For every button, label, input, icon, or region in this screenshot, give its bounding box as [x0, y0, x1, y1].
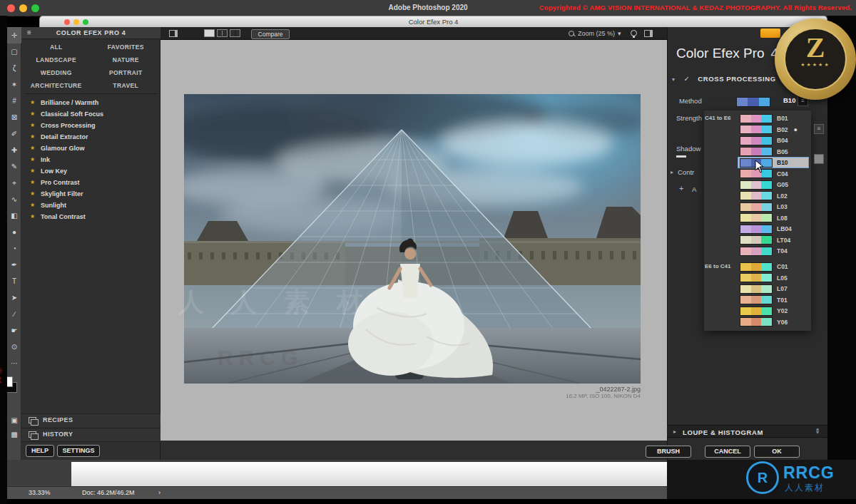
filter-item[interactable]: ★Skylight Filter [21, 188, 160, 200]
move-tool-icon[interactable]: ✛ [7, 27, 21, 43]
menu-icon[interactable]: ≡ [27, 27, 31, 38]
filter-item[interactable]: ★Ink [21, 154, 160, 165]
loupe-histogram-bar[interactable]: ▸ LOUPE & HISTOGRAM ✎ [667, 425, 827, 438]
brush-button[interactable]: BRUSH [646, 446, 691, 458]
dodge-tool-icon[interactable]: ◔ [7, 240, 21, 257]
collapse-caret-icon[interactable]: ▾ [672, 76, 675, 83]
history-brush-tool-icon[interactable]: ∿ [7, 191, 21, 207]
zoom-tool-icon[interactable]: ⊙ [7, 339, 21, 355]
method-option-l07[interactable]: L07 [738, 284, 808, 294]
blur-tool-icon[interactable]: ● [7, 224, 21, 240]
method-option-label: LB04 [777, 225, 792, 232]
eyedropper-tool-icon[interactable]: ✐ [7, 125, 21, 142]
document-titlebar[interactable]: Color Efex Pro 4 [39, 16, 827, 27]
shadows-slider[interactable] [676, 155, 686, 158]
panel-scroll-thumb[interactable] [814, 154, 824, 164]
settings-button[interactable]: SETTINGS [57, 445, 100, 457]
method-option-c04[interactable]: C04 [738, 169, 808, 179]
filter-item[interactable]: ★Tonal Contrast [21, 211, 160, 222]
export-icon[interactable] [169, 30, 178, 37]
method-thumbnail [740, 213, 773, 222]
more-tools-icon[interactable]: ⋯ [7, 355, 21, 371]
method-option-g05[interactable]: G05 [738, 180, 808, 190]
lightbulb-icon[interactable] [631, 30, 637, 36]
filter-item[interactable]: ★Detail Extractor [21, 131, 160, 143]
method-option-c01[interactable]: E6 to C41C01 [738, 262, 808, 272]
filter-item[interactable]: ★Low Key [21, 165, 160, 177]
watermark-logo-text: RRCG [218, 346, 303, 370]
single-view-icon[interactable] [204, 29, 215, 37]
path-select-tool-icon[interactable]: ➤ [7, 289, 21, 306]
method-option-b01[interactable]: C41 to E6B01 [738, 113, 808, 123]
method-option-lt04[interactable]: LT04 [738, 235, 808, 245]
split-view-icon[interactable] [217, 29, 228, 37]
chevron-down-icon[interactable]: ▾ [618, 30, 621, 37]
pin-icon[interactable]: ✎ [813, 427, 822, 436]
category-all[interactable]: ALL [21, 41, 91, 53]
category-travel[interactable]: TRAVEL [91, 79, 161, 92]
filter-enabled-check-icon[interactable]: ✓ [683, 75, 689, 83]
statusbar-chevron-icon[interactable]: › [158, 489, 160, 496]
cross-processing-header[interactable]: ▾ ✓ CROSS PROCESSING [672, 71, 776, 84]
category-portrait[interactable]: PORTRAIT [91, 66, 161, 79]
quick-mask-icon[interactable]: ▩ [7, 426, 21, 443]
loupe-caret-icon[interactable]: ▸ [673, 428, 676, 435]
method-option-t04[interactable]: T04 [738, 246, 808, 256]
frame-tool-icon[interactable]: ⊠ [7, 109, 21, 125]
healing-brush-tool-icon[interactable]: ✚ [7, 142, 21, 158]
panel-scroll-button[interactable]: ≡ [814, 124, 824, 134]
panel-toggle-icon[interactable] [644, 30, 653, 37]
method-option-b05[interactable]: B05 [738, 147, 808, 157]
method-option-label: B04 [777, 137, 788, 144]
method-option-b10[interactable]: B10 [738, 158, 808, 168]
pen-tool-icon[interactable]: ✒ [7, 257, 21, 273]
category-nature[interactable]: NATURE [91, 53, 161, 66]
lasso-tool-icon[interactable]: ζ [7, 60, 21, 76]
line-tool-icon[interactable]: ∕ [7, 306, 21, 322]
filter-item[interactable]: ★Glamour Glow [21, 143, 160, 154]
add-filter-label[interactable]: A [692, 185, 696, 193]
filterlist-header[interactable]: COLOR EFEX PRO 4 [21, 27, 160, 39]
cancel-button[interactable]: CANCEL [705, 446, 750, 458]
zoom-level-control[interactable]: Zoom (25 %) [578, 30, 615, 37]
magic-wand-tool-icon[interactable]: ✶ [7, 76, 21, 93]
add-filter-icon[interactable]: + [679, 184, 683, 192]
method-option-l02[interactable]: L02 [738, 191, 808, 201]
statusbar-zoom[interactable]: 33.33% [29, 489, 51, 496]
filter-item[interactable]: ★Brilliance / Warmth [21, 97, 160, 108]
method-option-l03[interactable]: L03 [738, 202, 808, 212]
filter-item[interactable]: ★Pro Contrast [21, 177, 160, 188]
side-by-side-view-icon[interactable] [230, 29, 240, 37]
brush-tool-icon[interactable]: ✎ [7, 158, 21, 175]
ok-button[interactable]: OK [754, 446, 800, 458]
type-tool-icon[interactable]: T [7, 273, 21, 289]
recipes-section[interactable]: RECIPES [21, 413, 160, 427]
hand-tool-icon[interactable]: ☛ [7, 322, 21, 339]
category-wedding[interactable]: WEDDING [21, 66, 91, 79]
marquee-tool-icon[interactable]: ▢ [7, 43, 21, 60]
method-option-b04[interactable]: B04 [738, 135, 808, 145]
method-option-l05[interactable]: L05 [738, 273, 808, 283]
favorite-star-icon: ★ [30, 177, 35, 188]
method-option-l08[interactable]: L08 [738, 213, 808, 223]
compare-button[interactable]: Compare [251, 29, 290, 39]
contrast-caret-icon[interactable]: ▸ [671, 169, 673, 175]
filter-item[interactable]: ★Cross Processing [21, 120, 160, 131]
method-thumbnail [740, 284, 773, 294]
method-option-y06[interactable]: Y06 [738, 317, 808, 327]
clone-stamp-tool-icon[interactable]: ⌖ [7, 175, 21, 191]
marker-dot-icon: ● [794, 126, 798, 133]
history-section[interactable]: HISTORY [21, 428, 160, 442]
crop-tool-icon[interactable]: # [7, 93, 21, 109]
category-architecture[interactable]: ARCHITECTURE [21, 79, 91, 92]
category-favorites[interactable]: FAVORITES [91, 41, 161, 53]
filter-item[interactable]: ★Classical Soft Focus [21, 108, 160, 120]
category-landscape[interactable]: LANDSCAPE [21, 53, 91, 66]
method-option-y02[interactable]: Y02 [738, 306, 808, 316]
filter-item[interactable]: ★Sunlight [21, 200, 160, 211]
method-option-t01[interactable]: T01 [738, 295, 808, 305]
method-option-b02[interactable]: B02● [738, 125, 808, 135]
help-button[interactable]: HELP [26, 445, 54, 457]
eraser-tool-icon[interactable]: ◧ [7, 207, 21, 224]
method-option-lb04[interactable]: LB04 [738, 224, 808, 234]
